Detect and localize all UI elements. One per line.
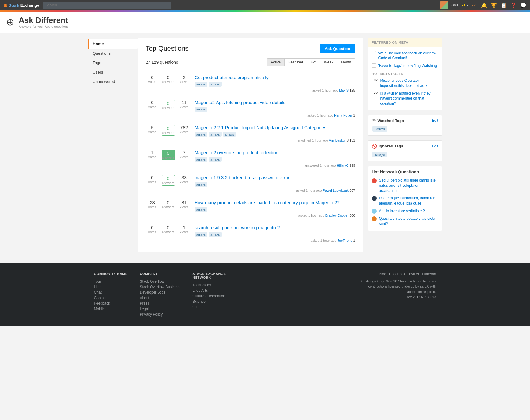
footer-link-chat[interactable]: Chat bbox=[94, 290, 128, 295]
hot-network-link-1[interactable]: Sed ut perspiciatis unde omnis iste natu… bbox=[379, 178, 438, 193]
question-body: How many product details are loaded to a… bbox=[195, 200, 355, 217]
footer-link-contact[interactable]: Contact bbox=[94, 295, 128, 301]
tag[interactable]: arrays bbox=[195, 107, 208, 112]
inbox-icon[interactable]: 🔔 bbox=[481, 2, 487, 8]
footer-link-feedback[interactable]: Feedback bbox=[94, 301, 128, 306]
footer-link-stackoverflow-business[interactable]: Stack Overflow Business bbox=[140, 284, 181, 290]
watched-tag-arrays[interactable]: arrays bbox=[372, 126, 387, 132]
site-logo-nav[interactable]: ⊞ StackExchange bbox=[4, 3, 39, 8]
ignored-tags-edit[interactable]: Edit bbox=[432, 144, 438, 148]
footer-link-tour[interactable]: Tour bbox=[94, 279, 128, 284]
hot-meta-link-2[interactable]: Is a @user notified even if they haven't… bbox=[380, 91, 438, 106]
user-link[interactable]: Bradley Cooper bbox=[325, 214, 349, 217]
user-link[interactable]: Max S bbox=[339, 89, 349, 92]
ignored-tag-arrays[interactable]: arrays bbox=[372, 152, 387, 157]
footer-link-press[interactable]: Press bbox=[140, 301, 181, 306]
footer-link-linkedin[interactable]: LinkedIn bbox=[422, 272, 436, 276]
watched-tags-title: 👁 Watched Tags bbox=[372, 118, 404, 123]
footer-link-technology[interactable]: Technology bbox=[192, 282, 226, 288]
user-link[interactable]: Anil Baskur bbox=[329, 139, 346, 142]
site-name-block: Ask Different Answers for your Apple que… bbox=[19, 16, 68, 28]
user-link[interactable]: JoeFirend bbox=[337, 239, 352, 242]
votes-box: 0 votes bbox=[146, 75, 159, 84]
featured-meta-header: FEATURED ON META bbox=[368, 38, 442, 47]
votes-label: votes bbox=[148, 130, 156, 134]
hot-meta-link-1[interactable]: Miscellaneous Operator inquestion:this d… bbox=[380, 78, 438, 89]
tag[interactable]: arrays bbox=[209, 82, 222, 87]
meta-checkbox-1[interactable] bbox=[372, 51, 376, 55]
question-title[interactable]: How many product details are loaded to a… bbox=[195, 200, 355, 205]
filter-tab-active[interactable]: Active bbox=[267, 59, 284, 66]
tag[interactable]: arrays bbox=[195, 182, 208, 187]
tag[interactable]: arrays bbox=[195, 132, 208, 137]
footer-link-developer-jobs[interactable]: Developer Jobs bbox=[140, 290, 181, 295]
sidebar-item-home[interactable]: Home bbox=[88, 39, 138, 49]
footer-link-life-arts[interactable]: Life / Arts bbox=[192, 288, 226, 293]
footer-network-heading: STACK EXCHANGENETWORK bbox=[192, 272, 226, 279]
meta-checkbox-2[interactable] bbox=[372, 63, 376, 68]
hot-network-link-4[interactable]: Quasi architecto beatae vitae dicta sunt… bbox=[379, 216, 438, 226]
filter-tab-week[interactable]: Week bbox=[320, 59, 337, 66]
sidebar-item-unanswered[interactable]: Unanswered bbox=[88, 77, 138, 86]
filter-tab-hot[interactable]: Hot bbox=[307, 59, 320, 66]
answers-box: 0 answers bbox=[162, 125, 175, 136]
filter-tab-month[interactable]: Month bbox=[337, 59, 355, 66]
footer-link-twitter[interactable]: Twitter bbox=[408, 272, 419, 276]
question-title[interactable]: Get product attribute programatically bbox=[195, 75, 355, 80]
sidebar-item-users[interactable]: Users bbox=[88, 67, 138, 77]
sidebar-item-questions[interactable]: Questions bbox=[88, 49, 138, 58]
votes-box: 0 votes bbox=[146, 100, 159, 110]
footer-link-culture[interactable]: Culture / Recreation bbox=[192, 293, 226, 299]
ask-question-button[interactable]: Ask Question bbox=[320, 44, 355, 53]
question-title[interactable]: magento 1.9.3.2 backend reset password e… bbox=[195, 175, 355, 180]
search-input[interactable] bbox=[43, 2, 171, 9]
views-label: views bbox=[180, 105, 188, 109]
question-title[interactable]: Magento 2.2.1 Product Import Not Updatin… bbox=[195, 125, 355, 130]
meta-link-1[interactable]: We'd like your feedback on our new Code … bbox=[378, 51, 438, 61]
hot-network-link-3[interactable]: Ab illo inventore veritatis et? bbox=[379, 208, 425, 214]
table-row: 23 votes 0 answers 81 views How many pro… bbox=[146, 196, 355, 221]
footer-link-about[interactable]: About bbox=[140, 295, 181, 301]
question-title[interactable]: Magento2 Apis fetching product video det… bbox=[195, 100, 355, 105]
footer-link-blog[interactable]: Blog bbox=[379, 272, 386, 276]
tag[interactable]: arrays bbox=[209, 157, 222, 162]
tag[interactable]: arrays bbox=[195, 157, 208, 162]
review-icon[interactable]: 📋 bbox=[501, 2, 507, 8]
views-box: 33 views bbox=[177, 175, 191, 186]
footer-link-facebook[interactable]: Facebook bbox=[389, 272, 405, 276]
meta-link-2[interactable]: 'Favorite Tags' is now 'Tag Watching' bbox=[378, 63, 438, 68]
question-title[interactable]: Magento 2 override the product collectio… bbox=[195, 150, 355, 155]
sidebar-item-tags[interactable]: Tags bbox=[88, 58, 138, 67]
tag[interactable]: arrays bbox=[209, 232, 222, 237]
answers-label: answers bbox=[162, 181, 174, 185]
tag[interactable]: arrays bbox=[209, 132, 222, 137]
footer-link-help[interactable]: Help bbox=[94, 284, 128, 290]
watched-tags-edit[interactable]: Edit bbox=[432, 118, 438, 123]
sidebar: Home Questions Tags Users Unanswered bbox=[88, 38, 138, 252]
user-link[interactable]: HillaryC bbox=[337, 164, 349, 167]
badge-group: ●1 ●8 ●29 bbox=[462, 3, 477, 7]
footer-link-mobile[interactable]: Mobile bbox=[94, 306, 128, 312]
user-link[interactable]: Harry Potter bbox=[334, 114, 352, 117]
chat-icon[interactable]: 💬 bbox=[520, 2, 526, 8]
achievements-icon[interactable]: 🏆 bbox=[491, 2, 497, 8]
tag[interactable]: arrays bbox=[195, 82, 208, 87]
hot-network-link-2[interactable]: Doloremque laudantium, totam rem aperiam… bbox=[379, 196, 438, 206]
tag[interactable]: arrays bbox=[195, 232, 208, 237]
footer-link-legal[interactable]: Legal bbox=[140, 306, 181, 312]
footer-link-stackoverflow[interactable]: Stack Overflow bbox=[140, 279, 181, 284]
tag[interactable]: arrays bbox=[195, 207, 208, 212]
help-icon[interactable]: ❓ bbox=[510, 2, 517, 8]
ignored-tags-widget: 🚫 Ignored Tags Edit arrays bbox=[368, 140, 442, 161]
question-stats: 5 votes 0 answers 782 views bbox=[146, 125, 191, 136]
meta-post-2: 'Favorite Tags' is now 'Tag Watching' bbox=[372, 62, 438, 70]
user-link[interactable]: Pawel Ludwiczak bbox=[323, 189, 349, 192]
site-header: ⊕ Ask Different Answers for your Apple q… bbox=[0, 12, 530, 33]
question-title[interactable]: search result page not working magento 2 bbox=[195, 225, 355, 230]
filter-tab-featured[interactable]: Featured bbox=[284, 59, 307, 66]
avatar[interactable] bbox=[440, 1, 448, 9]
footer-link-privacy[interactable]: Privacy Policy bbox=[140, 312, 181, 317]
footer-link-science[interactable]: Science bbox=[192, 299, 226, 304]
tag[interactable]: arrays bbox=[223, 132, 236, 137]
footer-link-other[interactable]: Other bbox=[192, 304, 226, 310]
